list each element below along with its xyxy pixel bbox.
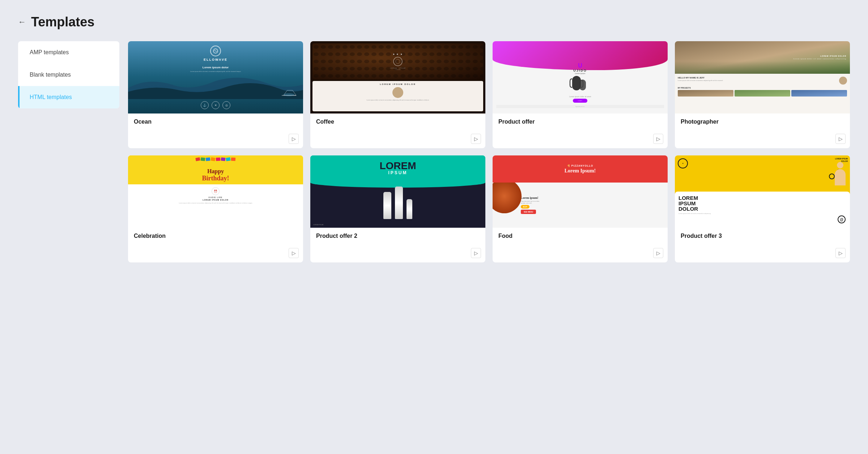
sidebar-item-blank[interactable]: Blank templates [18, 64, 119, 86]
ocean-logo: ELLOWAVE [204, 46, 227, 61]
template-name-product: Product offer [498, 119, 662, 125]
template-card-product-offer-3[interactable]: ✦ LOREM IPSUMDOLOR ☀ LOREMIPSUMDOLOR Lor… [675, 155, 850, 262]
back-icon: ← [18, 17, 26, 27]
template-action-celebration[interactable]: ▷ [289, 248, 299, 258]
template-footer-product: ▷ [493, 132, 668, 148]
svg-point-4 [393, 57, 402, 66]
template-info-product3: Product offer 3 [675, 228, 850, 246]
template-thumb-ocean: ELLOWAVE Lorem ipsum dolor Lorem ipsum d… [128, 41, 303, 113]
template-card-photographer[interactable]: LOREM IPSUM DOLOR Lorem ipsum dolor sit … [675, 41, 850, 148]
template-action-ocean[interactable]: ▷ [289, 134, 299, 144]
template-footer-coffee: ▷ [310, 132, 485, 148]
template-thumb-product: . U UJIDO Lorem ipsum [493, 41, 668, 113]
template-name-coffee: Coffee [316, 119, 480, 125]
content-area: AMP templates Blank templates HTML templ… [18, 41, 850, 262]
template-footer-product2: ▷ [310, 246, 485, 262]
template-card-food[interactable]: 🍕 PIZZANYOLLO Lorem Ipsum! Lorem ipsum! … [493, 155, 668, 262]
template-info-product2: Product offer 2 [310, 228, 485, 246]
template-thumb-product3: ✦ LOREM IPSUMDOLOR ☀ LOREMIPSUMDOLOR Lor… [675, 155, 850, 228]
template-thumb-celebration: Happy Birthday! ⏰ KADIE LIRE LOREM IPSUM… [128, 155, 303, 228]
template-action-product[interactable]: ▷ [653, 134, 663, 144]
template-action-food[interactable]: ▷ [653, 248, 663, 258]
sidebar-item-amp[interactable]: AMP templates [18, 41, 119, 64]
template-thumb-food: 🍕 PIZZANYOLLO Lorem Ipsum! Lorem ipsum! … [493, 155, 668, 228]
template-thumb-product2: LOREM IPSUM LOREM IPSUM [310, 155, 485, 228]
template-thumb-coffee: ★ ★ ★ LOREM · IPSUM LOREM LOREM IPSUM DO… [310, 41, 485, 113]
back-button[interactable]: ← [18, 17, 26, 27]
template-info-coffee: Coffee [310, 113, 485, 132]
template-info-food: Food [493, 228, 668, 246]
sidebar: AMP templates Blank templates HTML templ… [18, 41, 119, 108]
template-footer-food: ▷ [493, 246, 668, 262]
template-thumb-photographer: LOREM IPSUM DOLOR Lorem ipsum dolor sit … [675, 41, 850, 113]
page-title: Templates [31, 14, 94, 30]
template-action-product3[interactable]: ▷ [835, 248, 846, 258]
template-footer-ocean: ▷ [128, 132, 303, 148]
template-card-product-offer[interactable]: . U UJIDO Lorem ipsum [493, 41, 668, 148]
page-header: ← Templates [18, 14, 850, 30]
template-name-food: Food [498, 233, 662, 239]
template-info-product: Product offer [493, 113, 668, 132]
templates-grid: ELLOWAVE Lorem ipsum dolor Lorem ipsum d… [128, 41, 850, 262]
ocean-icons: ⚓ ✕ ◎ [201, 101, 230, 109]
template-info-ocean: Ocean [128, 113, 303, 132]
svg-point-1 [284, 93, 294, 96]
template-footer-celebration: ▷ [128, 246, 303, 262]
template-footer-photographer: ▷ [675, 132, 850, 148]
template-info-celebration: Celebration [128, 228, 303, 246]
template-name-photographer: Photographer [681, 119, 844, 125]
template-card-coffee[interactable]: ★ ★ ★ LOREM · IPSUM LOREM LOREM IPSUM DO… [310, 41, 485, 148]
template-name-product3: Product offer 3 [681, 233, 844, 239]
template-card-product-offer-2[interactable]: LOREM IPSUM LOREM IPSUM Prod [310, 155, 485, 262]
template-card-ocean[interactable]: ELLOWAVE Lorem ipsum dolor Lorem ipsum d… [128, 41, 303, 148]
template-info-photographer: Photographer [675, 113, 850, 132]
template-action-coffee[interactable]: ▷ [471, 134, 481, 144]
sidebar-item-html[interactable]: HTML templates [18, 86, 119, 108]
svg-point-5 [396, 59, 400, 64]
template-card-celebration[interactable]: Happy Birthday! ⏰ KADIE LIRE LOREM IPSUM… [128, 155, 303, 262]
template-name-ocean: Ocean [134, 119, 297, 125]
template-footer-product3: ▷ [675, 246, 850, 262]
template-name-celebration: Celebration [134, 233, 297, 239]
template-action-product2[interactable]: ▷ [471, 248, 481, 258]
template-name-product2: Product offer 2 [316, 233, 480, 239]
template-action-photographer[interactable]: ▷ [835, 134, 846, 144]
